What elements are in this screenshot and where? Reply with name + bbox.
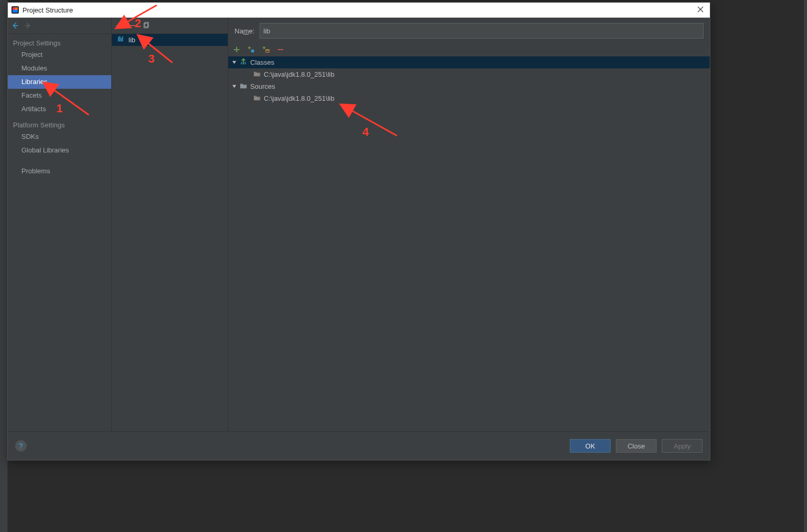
forward-icon[interactable]: [24, 21, 32, 30]
sidebar-item-libraries[interactable]: Libraries: [8, 75, 111, 89]
tree-leaf-classes-path[interactable]: C:\java\jdk1.8.0_251\lib: [228, 68, 710, 80]
svg-rect-13: [241, 62, 242, 64]
project-structure-dialog: Project Structure Project Settings Proje…: [7, 2, 710, 460]
svg-rect-9: [122, 37, 123, 42]
sidebar-item-sdks[interactable]: SDKs: [8, 130, 111, 144]
svg-rect-6: [118, 37, 119, 42]
nav-arrows: [8, 18, 111, 34]
add-library-icon[interactable]: [115, 21, 123, 30]
classes-icon: [240, 58, 247, 67]
tree-group-classes-label: Classes: [250, 58, 274, 66]
add-root-icon[interactable]: [232, 45, 241, 54]
window-title: Project Structure: [22, 6, 694, 14]
name-label: Name:: [235, 27, 254, 35]
help-icon[interactable]: ?: [15, 440, 27, 452]
library-item-lib[interactable]: lib: [112, 34, 228, 46]
tree-group-classes[interactable]: Classes: [228, 56, 710, 68]
sidebar-item-global-libraries[interactable]: Global Libraries: [8, 144, 111, 157]
back-icon[interactable]: [11, 21, 19, 30]
svg-rect-1: [13, 7, 15, 10]
tree-group-sources[interactable]: Sources: [228, 80, 710, 92]
sidebar-item-problems[interactable]: Problems: [8, 164, 111, 178]
close-icon[interactable]: [694, 6, 707, 14]
tree-leaf-sources-path[interactable]: C:\java\jdk1.8.0_251\lib: [228, 92, 710, 104]
svg-rect-8: [121, 38, 122, 41]
editor-right-gutter: [804, 0, 807, 532]
sidebar-item-project[interactable]: Project: [8, 48, 111, 62]
ok-button[interactable]: OK: [570, 439, 611, 453]
dialog-body: Project Settings Project Modules Librari…: [8, 18, 710, 431]
folder-icon: [240, 82, 247, 91]
roots-tree: Classes C:\java\jdk1.8.0_251\lib: [228, 56, 710, 431]
caret-down-icon[interactable]: [231, 84, 237, 89]
folder-jar-icon: [253, 70, 261, 79]
library-name-input[interactable]: [260, 23, 704, 39]
svg-rect-3: [13, 10, 18, 13]
svg-rect-12: [266, 50, 269, 51]
app-icon: [11, 6, 19, 14]
editor-gutter: [0, 0, 8, 532]
sidebar-item-facets[interactable]: Facets: [8, 89, 111, 102]
library-list-panel: lib: [112, 18, 228, 431]
svg-rect-15: [255, 74, 258, 76]
library-icon: [117, 36, 125, 44]
name-row: Name:: [228, 18, 710, 44]
svg-rect-14: [245, 62, 246, 64]
svg-rect-2: [15, 7, 18, 10]
add-maven-icon[interactable]: [247, 45, 255, 54]
dialog-footer: ? OK Close Apply: [8, 431, 710, 460]
close-button[interactable]: Close: [616, 439, 657, 453]
tree-leaf-sources-path-label: C:\java\jdk1.8.0_251\lib: [264, 94, 334, 102]
folder-jar-icon: [253, 94, 261, 103]
caret-down-icon[interactable]: [231, 60, 237, 65]
sidebar-gap: [8, 157, 111, 164]
svg-rect-16: [255, 98, 258, 100]
library-toolbar: [112, 18, 228, 34]
sidebar-item-artifacts[interactable]: Artifacts: [8, 102, 111, 116]
sidebar-item-modules[interactable]: Modules: [8, 62, 111, 75]
library-list: lib: [112, 34, 228, 431]
svg-point-10: [251, 50, 254, 53]
remove-library-icon[interactable]: [128, 21, 137, 30]
remove-root-icon[interactable]: [276, 45, 285, 54]
tree-group-sources-label: Sources: [250, 82, 275, 90]
details-toolbar: [228, 44, 710, 56]
apply-button[interactable]: Apply: [662, 439, 703, 453]
titlebar[interactable]: Project Structure: [8, 3, 710, 18]
sidebar-section-project-settings: Project Settings: [8, 34, 111, 48]
svg-rect-7: [120, 36, 121, 42]
library-details-panel: Name:: [228, 18, 710, 431]
add-url-icon[interactable]: [262, 45, 270, 54]
sidebar-section-platform-settings: Platform Settings: [8, 116, 111, 130]
copy-library-icon[interactable]: [142, 21, 150, 30]
tree-leaf-classes-path-label: C:\java\jdk1.8.0_251\lib: [264, 70, 334, 78]
library-item-label: lib: [128, 36, 135, 44]
sidebar: Project Settings Project Modules Librari…: [8, 18, 112, 431]
